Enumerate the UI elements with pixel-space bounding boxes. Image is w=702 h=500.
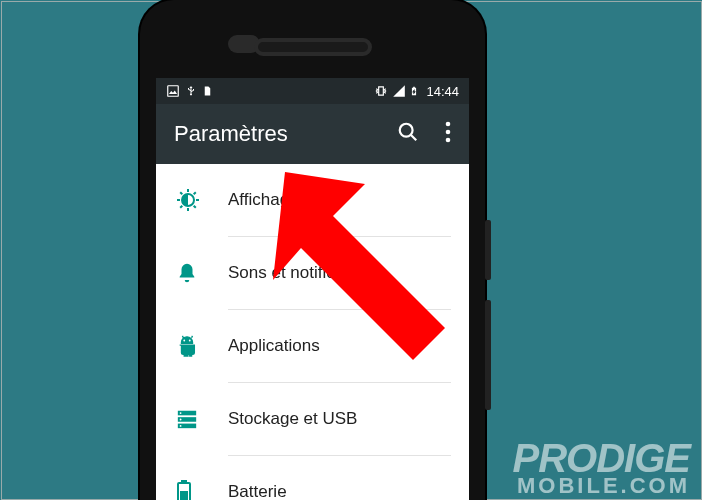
settings-item-apps[interactable]: Applications: [156, 310, 469, 382]
svg-point-4: [446, 130, 451, 135]
watermark-line1: PRODIGE: [513, 440, 690, 476]
app-bar: Paramètres: [156, 104, 469, 164]
settings-item-storage[interactable]: Stockage et USB: [156, 383, 469, 455]
svg-rect-0: [168, 86, 179, 97]
watermark-line2: MOBILE.COM: [513, 476, 690, 496]
svg-point-1: [400, 124, 413, 137]
picture-icon: [166, 84, 180, 98]
svg-rect-16: [181, 480, 187, 483]
phone-bezel: 14:44 Paramètres Affichage: [140, 0, 485, 500]
battery-charging-icon: [409, 84, 419, 98]
settings-item-label: Applications: [228, 336, 320, 356]
sim-icon: [202, 84, 213, 98]
svg-point-5: [446, 138, 451, 143]
settings-item-display[interactable]: Affichage: [156, 164, 469, 236]
svg-point-13: [180, 419, 182, 421]
status-left: [166, 84, 213, 98]
settings-item-battery[interactable]: Batterie: [156, 456, 469, 500]
svg-point-3: [446, 122, 451, 127]
status-right: 14:44: [373, 84, 459, 99]
watermark: PRODIGE MOBILE.COM: [513, 440, 690, 496]
svg-point-12: [180, 412, 182, 414]
bell-icon: [176, 262, 228, 284]
page-title: Paramètres: [174, 121, 397, 147]
settings-item-label: Batterie: [228, 482, 287, 500]
signal-icon: [392, 84, 406, 98]
vibrate-icon: [373, 84, 389, 98]
android-icon: [176, 335, 228, 357]
svg-point-7: [183, 340, 185, 342]
power-button: [485, 220, 491, 280]
storage-icon: [176, 408, 228, 430]
overflow-menu-icon[interactable]: [445, 121, 451, 147]
settings-item-label: Stockage et USB: [228, 409, 357, 429]
brightness-icon: [176, 188, 228, 212]
battery-icon: [176, 480, 228, 500]
earpiece: [254, 38, 372, 56]
svg-rect-17: [180, 491, 188, 500]
settings-list: Affichage Sons et notifications Applicat…: [156, 164, 469, 500]
status-bar: 14:44: [156, 78, 469, 104]
clock: 14:44: [426, 84, 459, 99]
svg-point-14: [180, 425, 182, 427]
svg-point-8: [189, 340, 191, 342]
settings-item-sound[interactable]: Sons et notifications: [156, 237, 469, 309]
search-icon[interactable]: [397, 121, 419, 147]
app-bar-actions: [397, 121, 451, 147]
settings-item-label: Sons et notifications: [228, 263, 380, 283]
svg-line-2: [411, 135, 417, 141]
usb-icon: [185, 84, 197, 98]
screen: 14:44 Paramètres Affichage: [156, 78, 469, 500]
settings-item-label: Affichage: [228, 190, 299, 210]
volume-rocker: [485, 300, 491, 410]
